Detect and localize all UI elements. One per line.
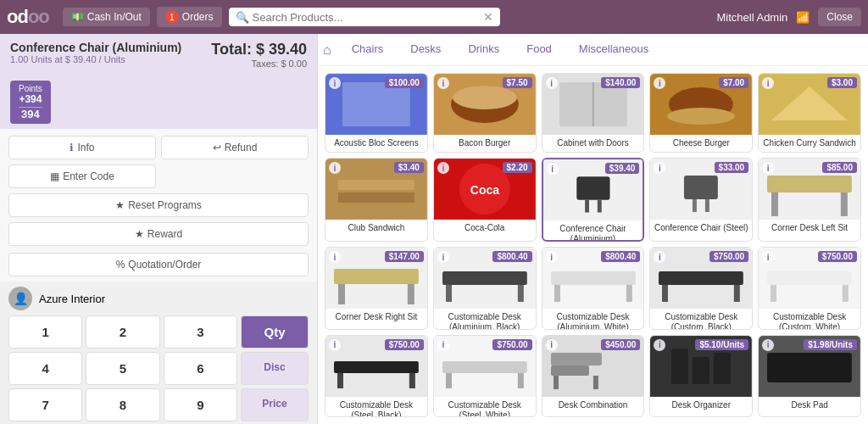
barcode-icon: ▦	[50, 170, 59, 182]
num-9[interactable]: 9	[164, 388, 237, 421]
order-title: Conference Chair (Aluminium)	[10, 41, 181, 54]
num-7[interactable]: 7	[8, 388, 82, 421]
svg-rect-32	[334, 269, 419, 284]
num-6[interactable]: 6	[164, 352, 237, 385]
product-card[interactable]: i $7.50 Bacon Burger	[433, 73, 537, 153]
reset-programs-label: Reset Programs	[128, 199, 202, 211]
product-price-badge: $2.20	[503, 162, 532, 173]
quotation-label: Quotation/Order	[128, 259, 201, 271]
product-name: Desk Combination	[542, 397, 644, 414]
num-3[interactable]: 3	[164, 315, 237, 349]
qty-button[interactable]: Qty	[241, 315, 309, 349]
product-card[interactable]: i $750.00 Customizable Desk (Custom, Whi…	[758, 247, 861, 329]
points-label: Points	[19, 84, 42, 93]
svg-rect-49	[771, 285, 776, 302]
search-input[interactable]	[253, 11, 483, 24]
num-2[interactable]: 2	[86, 315, 159, 349]
product-card[interactable]: i $33.00 Conference Chair (Steel)	[649, 158, 753, 242]
svg-rect-69	[767, 353, 852, 382]
reset-programs-button[interactable]: ★ Reset Programs	[8, 193, 309, 217]
right-panel: ⌂ Chairs Desks Drinks Food Miscellaneous…	[318, 34, 868, 424]
svg-rect-26	[705, 199, 709, 212]
refund-icon: ↩	[213, 142, 221, 153]
close-button[interactable]: Close	[818, 8, 861, 26]
refund-button[interactable]: ↩ Refund	[161, 136, 309, 159]
product-price-badge: $750.00	[818, 251, 857, 262]
order-subtitle: 1.00 Units at $ 39.40 / Units	[10, 54, 181, 64]
product-card[interactable]: i $100.00 Acoustic Bloc Screens	[325, 73, 428, 153]
topbar-right: Mitchell Admin 📶 Close	[717, 8, 862, 26]
product-name: Conference Chair (Steel)	[650, 220, 752, 237]
order-total: Total: $ 39.40	[211, 41, 307, 59]
enter-code-label: Enter Code	[63, 170, 114, 182]
product-card[interactable]: i $39.40 Conference Chair (Aluminium)	[542, 158, 645, 242]
product-price-badge: $450.00	[601, 339, 640, 350]
num-8[interactable]: 8	[86, 388, 159, 421]
disc-button[interactable]: Disc	[241, 352, 309, 385]
reward-button[interactable]: ★ Reward	[8, 222, 309, 246]
svg-rect-53	[337, 373, 343, 388]
product-price-badge: $7.50	[503, 77, 532, 88]
svg-point-10	[667, 108, 735, 125]
product-card[interactable]: i $7.00 Cheese Burger	[649, 73, 753, 153]
tab-drinks[interactable]: Drinks	[454, 36, 513, 64]
points-plus: +394	[19, 93, 42, 105]
product-price-badge: $5.10/Units	[695, 339, 748, 350]
product-card[interactable]: i $750.00 Customizable Desk (Steel, Whit…	[433, 335, 537, 417]
product-card[interactable]: i $85.00 Corner Desk Left Sit	[758, 158, 861, 242]
product-card[interactable]: i $140.00 Cabinet with Doors	[542, 73, 645, 153]
svg-rect-30	[841, 192, 848, 216]
price-button[interactable]: Price	[241, 388, 309, 421]
product-name: Customizable Desk (Custom, Black)	[650, 309, 752, 329]
orders-button[interactable]: 1 Orders	[157, 7, 222, 27]
order-taxes: Taxes: $ 0.00	[211, 59, 307, 69]
svg-point-4	[453, 86, 517, 109]
product-card[interactable]: i $750.00 Customizable Desk (Custom, Bla…	[649, 247, 753, 329]
product-card[interactable]: i $3.40 Club Sandwich	[325, 158, 428, 242]
enter-code-button[interactable]: ▦ Enter Code	[8, 165, 156, 188]
product-card[interactable]: i $3.00 Chicken Curry Sandwich	[758, 73, 861, 153]
points-box: Points +394 394	[10, 81, 51, 124]
tab-desks[interactable]: Desks	[397, 36, 454, 64]
tab-chairs[interactable]: Chairs	[338, 36, 398, 64]
product-name: Bacon Burger	[434, 135, 536, 152]
svg-rect-61	[551, 365, 589, 376]
tab-miscellaneous[interactable]: Miscellaneous	[565, 36, 662, 64]
product-card[interactable]: Coca i $2.20 Coca-Cola	[433, 158, 537, 242]
product-card[interactable]: i $750.00 Customizable Desk (Steel, Blac…	[325, 335, 428, 417]
product-name: Coca-Cola	[434, 220, 536, 237]
product-grid: i $100.00 Acoustic Bloc Screens i $7.50 …	[318, 66, 868, 424]
svg-rect-1	[342, 82, 410, 126]
home-button[interactable]: ⌂	[323, 42, 331, 58]
tab-food[interactable]: Food	[513, 36, 565, 64]
product-name: Desk Organizer	[650, 397, 752, 414]
product-info-icon: i	[437, 339, 449, 351]
num-4[interactable]: 4	[8, 352, 82, 385]
numpad-grid: 1 2 3 Qty 4 5 6 Disc 7 8 9 Price +/- 0 .…	[8, 315, 309, 424]
num-5[interactable]: 5	[86, 352, 159, 385]
product-card[interactable]: i $450.00 Desk Combination	[542, 335, 645, 417]
num-1[interactable]: 1	[8, 315, 82, 349]
svg-rect-48	[767, 271, 852, 285]
product-card[interactable]: i $5.10/Units Desk Organizer	[649, 335, 753, 417]
svg-rect-21	[585, 200, 589, 213]
svg-rect-60	[551, 353, 602, 365]
info-button[interactable]: ℹ Info	[8, 136, 156, 159]
product-card[interactable]: i $800.40 Customizable Desk (Aluminium, …	[542, 247, 645, 329]
product-name: Customizable Desk (Steel, White)	[434, 397, 536, 417]
cash-inout-button[interactable]: 💵 Cash In/Out	[63, 8, 150, 26]
info-icon: ℹ	[70, 142, 74, 153]
product-price-badge: $39.40	[605, 163, 640, 174]
order-header: Conference Chair (Aluminium) 1.00 Units …	[0, 34, 317, 75]
clear-search-icon[interactable]: ✕	[483, 10, 493, 24]
product-card[interactable]: i $1.98/Units Desk Pad	[758, 335, 861, 417]
quotation-button[interactable]: % Quotation/Order	[8, 253, 309, 276]
total-value: $ 39.40	[256, 41, 307, 58]
product-card[interactable]: i $800.40 Customizable Desk (Aluminium, …	[433, 247, 537, 329]
cash-icon: 💵	[71, 11, 84, 23]
product-info-icon: i	[546, 251, 558, 263]
product-card[interactable]: i $147.00 Corner Desk Right Sit	[325, 247, 428, 329]
product-info-icon: i	[329, 77, 341, 89]
svg-rect-20	[576, 176, 609, 199]
product-name: Cabinet with Doors	[542, 135, 644, 152]
